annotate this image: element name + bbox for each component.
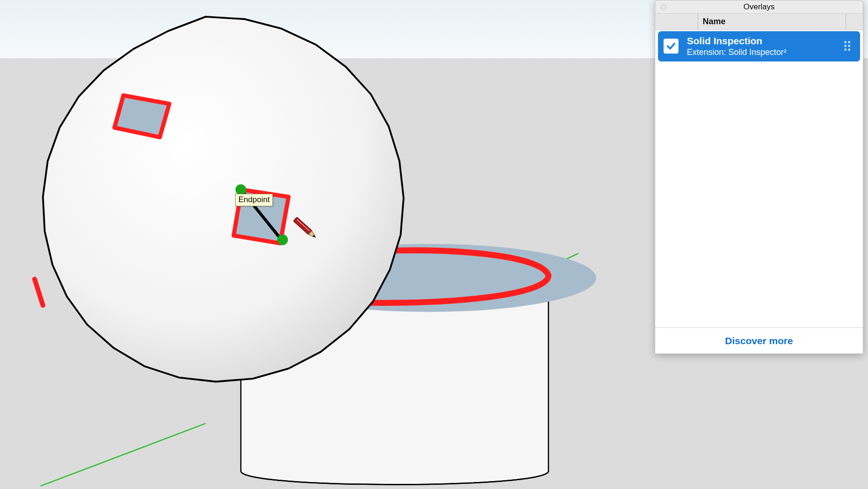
overlays-list[interactable]: Solid Inspection Extension: Solid Inspec… (655, 30, 863, 327)
check-icon (666, 41, 676, 51)
overlays-column-header: Name (655, 13, 863, 30)
overlay-subtitle: Extension: Solid Inspector² (687, 48, 844, 58)
overlays-column-checkbox (655, 14, 698, 30)
list-item[interactable]: Solid Inspection Extension: Solid Inspec… (658, 31, 860, 61)
drag-handle-icon[interactable] (844, 41, 854, 51)
overlays-titlebar[interactable]: Overlays (655, 0, 863, 13)
overlays-column-name[interactable]: Name (698, 14, 846, 30)
overlay-name: Solid Inspection (687, 35, 844, 47)
tooltip-text: Endpoint (238, 195, 270, 204)
overlays-title: Overlays (655, 2, 863, 12)
overlays-panel[interactable]: Overlays Name Solid Inspection Extension… (655, 0, 863, 354)
overlays-column-grip (846, 14, 863, 30)
overlay-enabled-checkbox[interactable] (664, 39, 678, 54)
discover-more-link[interactable]: Discover more (725, 335, 793, 346)
close-icon[interactable] (660, 4, 666, 10)
inference-tooltip: Endpoint (235, 194, 273, 206)
overlay-text: Solid Inspection Extension: Solid Inspec… (687, 35, 844, 58)
overlays-footer: Discover more (655, 327, 863, 353)
